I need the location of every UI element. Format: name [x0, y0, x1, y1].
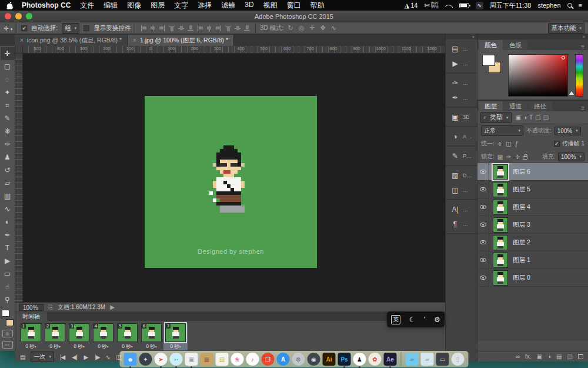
panel-collapse-chevrons[interactable]: »: [477, 34, 588, 39]
memory-indicator[interactable]: ✄内存99%: [424, 2, 438, 9]
frame-options-icon[interactable]: ▤: [20, 354, 25, 360]
3d-mode-icon[interactable]: ↻: [288, 24, 293, 32]
move-tool[interactable]: ✛: [1, 47, 15, 60]
pen-tool[interactable]: ✒: [1, 228, 15, 241]
battery-icon[interactable]: [459, 3, 469, 8]
align-icon[interactable]: [149, 25, 157, 32]
menu-item[interactable]: 视图: [263, 1, 278, 11]
unify-icon[interactable]: ✛: [497, 141, 502, 147]
3d-panel-icon[interactable]: ▣3D: [446, 110, 477, 124]
opacity-field[interactable]: 100%▾: [554, 127, 581, 135]
layer-thumbnail[interactable]: [493, 235, 508, 250]
history-panel-icon[interactable]: ▤…: [446, 41, 477, 56]
lock-all-icon[interactable]: [523, 156, 527, 160]
eraser-tool[interactable]: ▱: [1, 177, 15, 190]
apple-menu-icon[interactable]: [6, 2, 14, 9]
filter-kind-icon[interactable]: ▢: [535, 114, 540, 121]
app-store-icon[interactable]: A: [277, 353, 290, 366]
3d-mode-icon[interactable]: ✥: [320, 24, 325, 32]
foreground-color-swatch[interactable]: [2, 310, 9, 317]
auto-select-checkbox[interactable]: ✓: [21, 25, 27, 31]
filter-kind-icon[interactable]: ◑: [523, 114, 527, 121]
input-method-indicator[interactable]: 英 ☾ ' ⚙: [387, 311, 445, 327]
layer-row[interactable]: 图层 5: [477, 181, 588, 198]
gradient-tool[interactable]: ▥: [1, 190, 15, 203]
zoom-level-field[interactable]: 100%: [19, 304, 44, 311]
notes-icon[interactable]: ▤: [216, 353, 229, 366]
foreground-background-swatches[interactable]: [1, 309, 15, 326]
unify-icon[interactable]: ◫: [506, 141, 511, 147]
clone-stamp-tool[interactable]: ♟: [1, 151, 15, 164]
layers-footer-icon[interactable]: ▤: [556, 353, 562, 360]
menubar-dock-app-icon[interactable]: ∿: [476, 2, 483, 9]
menu-item[interactable]: 窗口: [287, 1, 301, 11]
zoom-tool[interactable]: ⚲: [1, 293, 15, 306]
layers-footer-icon[interactable]: fx.: [525, 353, 532, 360]
photoshop-icon[interactable]: Ps: [338, 353, 351, 366]
layer-row[interactable]: 图层 3: [477, 216, 588, 234]
panel-tab[interactable]: 路径: [528, 101, 552, 111]
timeline-tab[interactable]: 时间轴: [15, 312, 47, 321]
menu-clock[interactable]: 周五下午11:38: [490, 1, 532, 10]
loop-count-dropdown[interactable]: 一次▾: [31, 352, 54, 362]
lock-icon[interactable]: ✛: [515, 154, 520, 160]
show-transform-checkbox[interactable]: ✓: [83, 25, 89, 31]
align-icon[interactable]: [234, 24, 241, 32]
animation-frame[interactable]: 40 秒▾: [91, 323, 115, 350]
layer-row[interactable]: 图层 1: [477, 251, 588, 269]
ime-comma-icon[interactable]: ': [424, 316, 425, 324]
ime-moon-icon[interactable]: ☾: [409, 316, 416, 324]
hand-tool[interactable]: ☝: [1, 280, 15, 293]
brush-presets-panel-icon[interactable]: ✒…: [446, 90, 477, 105]
menu-item[interactable]: 选择: [198, 1, 212, 11]
layer-thumbnail[interactable]: [493, 217, 508, 233]
properties-panel-icon[interactable]: ✎P…: [446, 148, 477, 163]
paragraph-panel-icon[interactable]: ¶…: [446, 217, 477, 231]
clone-source-panel-icon[interactable]: ◫…: [446, 183, 477, 197]
hue-slider[interactable]: [575, 54, 583, 97]
layers-footer-icon[interactable]: ◫: [567, 353, 573, 360]
layers-footer-icon[interactable]: ▣: [537, 353, 542, 360]
align-icon[interactable]: [158, 25, 166, 32]
animation-frame[interactable]: 60 秒▾: [139, 323, 163, 350]
launchpad-icon[interactable]: ✦: [139, 353, 152, 366]
close-tab-icon[interactable]: ×: [133, 37, 136, 44]
menu-item[interactable]: 滤镜: [221, 1, 235, 11]
align-icon[interactable]: [139, 25, 148, 32]
document-tab[interactable]: ×icon.png @ 38.5% (信息, RGB/8) *: [15, 35, 128, 46]
align-icon[interactable]: [178, 24, 185, 32]
strip-collapse-chevrons[interactable]: »: [446, 34, 477, 39]
tool-preset-icon[interactable]: ✛ ▾: [4, 25, 12, 32]
menu-item[interactable]: 图层: [151, 1, 165, 11]
align-icon[interactable]: [215, 25, 223, 32]
visibility-eye-icon[interactable]: [477, 251, 489, 268]
visibility-eye-icon[interactable]: [477, 216, 489, 233]
window-title-bar[interactable]: Adobe Photoshop CC 2015: [0, 11, 588, 22]
brush-panel-icon[interactable]: ✑…: [446, 75, 477, 90]
menu-item[interactable]: 文件: [80, 1, 94, 11]
shape-tool[interactable]: ▭: [1, 267, 15, 280]
illustrator-icon[interactable]: Ai: [323, 353, 336, 366]
align-icon[interactable]: [187, 24, 194, 32]
layer-thumbnail[interactable]: [493, 182, 508, 197]
layer-thumbnail[interactable]: [493, 164, 508, 180]
3d-mode-icon[interactable]: ∿: [331, 24, 336, 32]
document-tab[interactable]: ×1.jpg @ 100% (图层 6, RGB/8) *: [128, 35, 234, 46]
magic-wand-tool[interactable]: ✦: [1, 86, 15, 99]
visibility-eye-icon[interactable]: [477, 198, 489, 216]
basket-app-icon[interactable]: ▦: [201, 353, 213, 366]
filter-kind-icon[interactable]: ◫: [543, 114, 549, 121]
after-effects-icon[interactable]: Ae: [384, 353, 397, 366]
transport-button[interactable]: ▶: [84, 354, 88, 360]
fill-field[interactable]: 100%▾: [558, 152, 584, 161]
layers-footer-icon[interactable]: ∞: [516, 353, 520, 360]
layer-thumbnail[interactable]: [493, 200, 508, 215]
safari-icon[interactable]: ➤: [155, 353, 168, 366]
color-swatches[interactable]: [482, 55, 503, 75]
ime-gear-icon[interactable]: ⚙: [434, 316, 440, 324]
notification-center-icon[interactable]: ≡: [579, 2, 582, 9]
background-color-swatch[interactable]: [6, 319, 14, 326]
layer-row[interactable]: 图层 4: [477, 198, 588, 216]
menu-item[interactable]: 3D: [245, 1, 253, 11]
layers-footer-icon[interactable]: ◑: [547, 353, 551, 360]
